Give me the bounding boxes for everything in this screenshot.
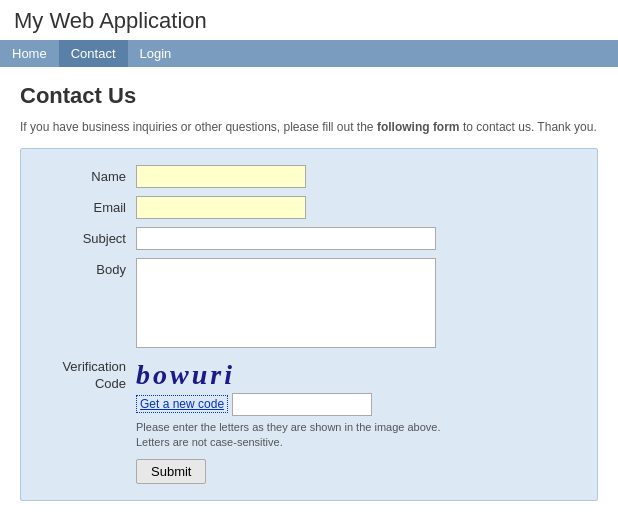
- intro-text: If you have business inquiries or other …: [20, 119, 598, 136]
- body-label: Body: [41, 258, 136, 277]
- name-input[interactable]: [136, 165, 306, 188]
- email-label: Email: [41, 196, 136, 215]
- name-label: Name: [41, 165, 136, 184]
- name-field-wrapper: [136, 165, 306, 188]
- subject-label: Subject: [41, 227, 136, 246]
- captcha-hint-line2: Letters are not case-sensitive.: [136, 436, 283, 448]
- nav-home[interactable]: Home: [0, 40, 59, 67]
- main-nav: Home Contact Login: [0, 40, 618, 67]
- submit-row: Submit: [41, 459, 577, 484]
- nav-contact[interactable]: Contact: [59, 40, 128, 67]
- get-new-code-button[interactable]: Get a new code: [136, 395, 228, 413]
- body-textarea[interactable]: [136, 258, 436, 348]
- captcha-hint-line1: Please enter the letters as they are sho…: [136, 421, 441, 433]
- email-field-wrapper: [136, 196, 306, 219]
- verification-content: bowuri Get a new code Please enter the l…: [136, 359, 441, 451]
- submit-button[interactable]: Submit: [136, 459, 206, 484]
- captcha-hint: Please enter the letters as they are sho…: [136, 420, 441, 451]
- intro-highlight: following form: [377, 120, 460, 134]
- app-title: My Web Application: [14, 8, 604, 34]
- subject-input[interactable]: [136, 227, 436, 250]
- captcha-code-input[interactable]: [232, 393, 372, 416]
- email-input[interactable]: [136, 196, 306, 219]
- nav-login[interactable]: Login: [128, 40, 184, 67]
- email-row: Email: [41, 196, 577, 219]
- body-row: Body: [41, 258, 577, 351]
- subject-row: Subject: [41, 227, 577, 250]
- captcha-input-row: Get a new code: [136, 393, 441, 416]
- verification-label: VerificationCode: [41, 359, 136, 393]
- page-heading: Contact Us: [20, 83, 598, 109]
- subject-field-wrapper: [136, 227, 436, 250]
- captcha-image: bowuri: [136, 359, 441, 391]
- name-row: Name: [41, 165, 577, 188]
- verification-row: VerificationCode bowuri Get a new code P…: [41, 359, 577, 451]
- contact-form: Name Email Subject Body: [20, 148, 598, 501]
- body-field-wrapper: [136, 258, 436, 351]
